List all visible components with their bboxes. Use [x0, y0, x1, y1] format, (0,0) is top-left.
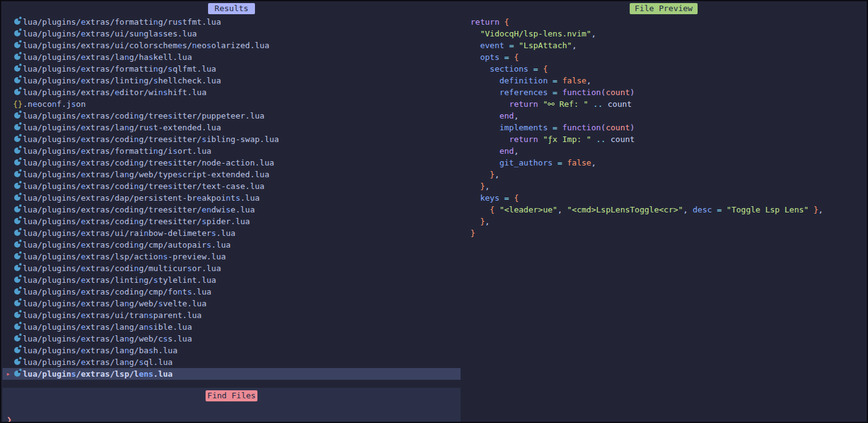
code-line: { "<leader>ue", "<cmd>LspLensToggle<cr>"… [461, 204, 867, 216]
result-path: lua/plugins/extras/dap/persistent-breakp… [23, 193, 260, 203]
result-path: lua/plugins/extras/linting/shellcheck.lu… [23, 76, 221, 85]
lua-file-icon [14, 277, 20, 283]
lua-file-icon [14, 183, 20, 189]
code-line: return "ƒx Imp: " .. count [461, 133, 867, 145]
result-item[interactable]: lua/plugins/extras/coding/multicursor.lu… [2, 262, 461, 274]
result-item[interactable]: lua/plugins/extras/lang/web/typescript-e… [2, 169, 461, 180]
result-item[interactable]: lua/plugins/extras/editor/winshift.lua [2, 86, 461, 98]
prompt-input[interactable]: ❯ ens 45 / 218 [2, 402, 461, 414]
result-path: lua/plugins/extras/ui/sunglasses.lua [23, 29, 197, 38]
result-item[interactable]: lua/plugins/extras/lsp/actions-preview.l… [2, 251, 461, 262]
result-item[interactable]: lua/plugins/extras/ui/transparent.lua [2, 309, 461, 321]
lua-file-icon [14, 230, 20, 236]
code-line: } [461, 227, 867, 239]
result-path: lua/plugins/extras/linting/stylelint.lua [23, 275, 216, 285]
lua-file-icon [14, 19, 20, 25]
telescope-find-files-window: Results File Preview lua/plugins/extras/… [0, 0, 868, 423]
code-line: }, [461, 169, 867, 180]
prompt-window: Find Files ❯ ens 45 / 218 [2, 388, 461, 423]
lua-file-icon [14, 42, 20, 48]
lua-file-icon [14, 218, 20, 224]
result-item[interactable]: lua/plugins/extras/ui/colorschemes/neoso… [2, 40, 461, 51]
result-item[interactable]: lua/plugins/extras/coding/treesitter/sib… [2, 133, 461, 145]
code-line: }, [461, 216, 867, 227]
lua-file-icon [14, 253, 20, 259]
preview-title-badge: File Preview [630, 3, 698, 14]
lua-file-icon [14, 159, 20, 165]
result-path: lua/plugins/extras/coding/cmp/autopairs.… [23, 240, 231, 249]
result-item[interactable]: lua/plugins/extras/coding/cmp/fonts.lua [2, 286, 461, 298]
result-item[interactable]: lua/plugins/extras/lang/haskell.lua [2, 51, 461, 63]
result-item[interactable]: lua/plugins/extras/lang/web/svelte.lua [2, 298, 461, 309]
code-line: "VidocqH/lsp-lens.nvim", [461, 28, 867, 40]
lua-file-icon [14, 195, 20, 201]
result-path: lua/plugins/extras/lang/web/svelte.lua [23, 299, 206, 308]
result-item[interactable]: lua/plugins/extras/ui/sunglasses.lua [2, 28, 461, 40]
result-path: lua/plugins/extras/coding/treesitter/end… [23, 205, 255, 214]
lua-file-icon [14, 288, 20, 295]
result-item[interactable]: lua/plugins/extras/coding/treesitter/end… [2, 204, 461, 216]
result-path: lua/plugins/extras/coding/treesitter/sib… [23, 135, 279, 144]
result-item[interactable]: lua/plugins/extras/lang/sql.lua [2, 356, 461, 368]
result-item[interactable]: lua/plugins/extras/lang/web/css.lua [2, 333, 461, 345]
lua-file-icon [14, 171, 20, 177]
result-path: .neoconf.json [23, 99, 86, 109]
lua-file-icon [14, 312, 20, 318]
code-line: sections = { [461, 63, 867, 75]
lua-file-icon [14, 324, 20, 330]
result-item[interactable]: ▸lua/plugins/extras/lsp/lens.lua [2, 368, 461, 380]
result-item[interactable]: lua/plugins/extras/ui/rainbow-delimeters… [2, 227, 461, 239]
result-item[interactable]: lua/plugins/extras/linting/stylelint.lua [2, 274, 461, 286]
prompt-title-row: Find Files [2, 390, 461, 401]
result-item[interactable]: lua/plugins/extras/lang/rust-extended.lu… [2, 122, 461, 133]
lua-file-icon [14, 30, 20, 36]
lua-file-icon [14, 359, 20, 365]
code-line: implements = function(count) [461, 122, 867, 133]
result-item[interactable]: lua/plugins/extras/linting/shellcheck.lu… [2, 75, 461, 86]
result-path: lua/plugins/extras/lang/web/typescript-e… [23, 170, 269, 179]
result-item[interactable]: lua/plugins/extras/coding/cmp/autopairs.… [2, 239, 461, 251]
result-item[interactable]: lua/plugins/extras/formatting/rustfmt.lu… [2, 16, 461, 28]
lua-file-icon [14, 241, 20, 248]
code-line: return { [461, 16, 867, 28]
prompt-title-badge: Find Files [206, 390, 257, 401]
result-path: lua/plugins/extras/coding/multicursor.lu… [23, 264, 221, 273]
lua-file-icon [14, 54, 20, 60]
result-path: lua/plugins/extras/lang/bash.lua [23, 346, 178, 355]
result-path: lua/plugins/extras/ui/colorschemes/neoso… [23, 41, 269, 50]
result-path: lua/plugins/extras/coding/treesitter/pup… [23, 111, 264, 120]
result-item[interactable]: lua/plugins/extras/lang/ansible.lua [2, 321, 461, 333]
lua-file-icon [14, 206, 20, 212]
result-path: lua/plugins/extras/lang/ansible.lua [23, 322, 192, 332]
result-item[interactable]: lua/plugins/extras/dap/persistent-breakp… [2, 192, 461, 204]
result-item[interactable]: lua/plugins/extras/coding/treesitter/pup… [2, 110, 461, 122]
result-path: lua/plugins/extras/editor/winshift.lua [23, 88, 206, 97]
result-item[interactable]: lua/plugins/extras/coding/treesitter/nod… [2, 157, 461, 169]
lua-file-icon [14, 335, 20, 341]
lua-file-icon [14, 136, 20, 142]
code-line: definition = false, [461, 75, 867, 86]
result-path: lua/plugins/extras/lsp/actions-preview.l… [23, 252, 226, 261]
lua-file-icon [14, 124, 20, 130]
selection-caret-icon: ▸ [6, 368, 10, 380]
code-line: keys = { [461, 192, 867, 204]
result-item[interactable]: lua/plugins/extras/coding/treesitter/tex… [2, 180, 461, 192]
json-file-icon: {} [13, 98, 23, 110]
code-line: }, [461, 180, 867, 192]
lua-file-icon [14, 265, 20, 271]
result-item[interactable]: lua/plugins/extras/coding/treesitter/spi… [2, 216, 461, 227]
result-path: lua/plugins/extras/ui/rainbow-delimeters… [23, 228, 235, 238]
result-item[interactable]: lua/plugins/extras/lang/bash.lua [2, 345, 461, 356]
code-line: opts = { [461, 51, 867, 63]
result-item[interactable]: {}.neoconf.json [2, 98, 461, 110]
result-item[interactable]: lua/plugins/extras/formatting/sqlfmt.lua [2, 63, 461, 75]
result-item[interactable]: lua/plugins/extras/formatting/isort.lua [2, 145, 461, 157]
preview-title-row: File Preview [461, 3, 867, 14]
code-line: references = function(count) [461, 86, 867, 98]
code-line: return "⚯ Ref: " .. count [461, 98, 867, 110]
lua-file-icon [14, 112, 20, 119]
result-path: lua/plugins/extras/formatting/isort.lua [23, 146, 211, 156]
result-path: lua/plugins/extras/lang/web/css.lua [23, 334, 192, 343]
results-title-row: Results [2, 3, 461, 14]
result-path: lua/plugins/extras/lang/rust-extended.lu… [23, 123, 221, 132]
